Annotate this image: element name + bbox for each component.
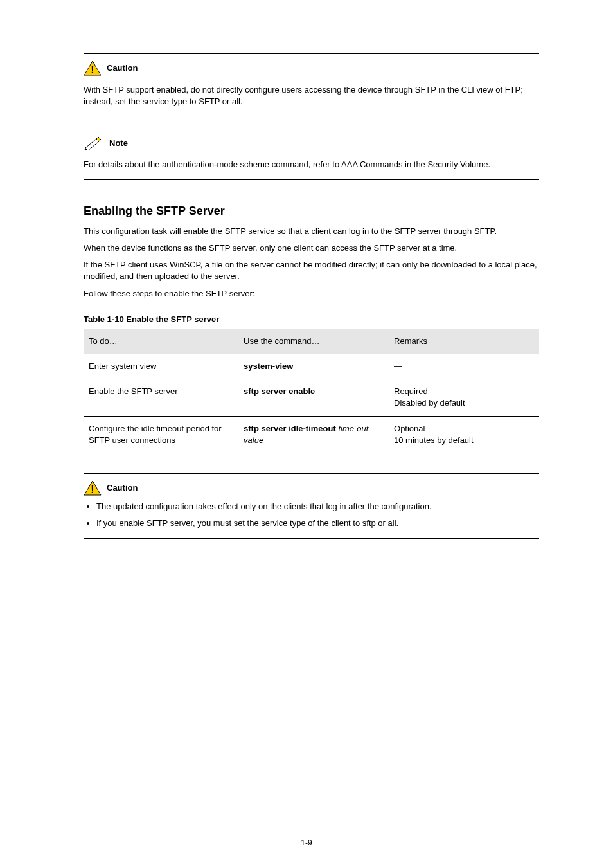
table-cell-remarks: Required Disabled by default	[389, 379, 539, 416]
note-header: Note	[84, 136, 539, 150]
divider	[84, 473, 539, 474]
page-container: ! Caution With SFTP support enabled, do …	[0, 0, 613, 868]
table-cell-todo: Enable the SFTP server	[84, 379, 238, 416]
caution-icon: !	[84, 480, 102, 496]
table-caption: Table 1-10 Enable the SFTP server	[84, 314, 539, 325]
table-header-cell: Use the command…	[238, 329, 389, 354]
note-text: For details about the authentication-mod…	[84, 159, 490, 169]
table-cell-todo: Enter system view	[84, 354, 238, 379]
table-header-cell: To do…	[84, 329, 238, 354]
caution-label: Caution	[107, 62, 138, 74]
divider	[84, 131, 539, 131]
section-intro: This configuration task will enable the …	[84, 226, 539, 237]
divider	[84, 53, 539, 54]
svg-text:!: !	[91, 64, 94, 75]
note-icon	[84, 136, 104, 150]
caution-body: With SFTP support enabled, do not direct…	[84, 84, 539, 107]
table-row: Enter system view system-view —	[84, 354, 539, 379]
table-cell-remarks: —	[389, 354, 539, 379]
caution-header: ! Caution	[84, 480, 539, 496]
table-header-row: To do… Use the command… Remarks	[84, 329, 539, 354]
table-cell-cmd: sftp server idle-timeout time-out-value	[238, 416, 389, 453]
section-procedure: Follow these steps to enable the SFTP se…	[84, 288, 539, 300]
section-note1: When the device functions as the SFTP se…	[84, 242, 539, 254]
config-table: To do… Use the command… Remarks Enter sy…	[84, 329, 539, 453]
list-item: If you enable SFTP server, you must set …	[96, 518, 539, 529]
section-note2: If the SFTP client uses WinSCP, a file o…	[84, 259, 539, 282]
svg-text:!: !	[91, 484, 94, 495]
table-cell-todo: Configure the idle timeout period for SF…	[84, 416, 238, 453]
divider	[84, 179, 539, 180]
table-cell-remarks: Optional 10 minutes by default	[389, 416, 539, 453]
caution-label: Caution	[107, 482, 138, 494]
note-body: For details about the authentication-mod…	[84, 159, 539, 170]
table-cell-cmd: sftp server enable	[238, 379, 389, 416]
caution-icon: !	[84, 60, 102, 76]
section-heading: Enabling the SFTP Server	[84, 203, 539, 219]
divider	[84, 116, 539, 116]
table-header-cell: Remarks	[389, 329, 539, 354]
table-row: Configure the idle timeout period for SF…	[84, 416, 539, 453]
note-label: Note	[109, 138, 128, 149]
caution-header: ! Caution	[84, 60, 539, 76]
caution-bullet-list: The updated configuration takes effect o…	[96, 501, 539, 529]
table-row: Enable the SFTP server sftp server enabl…	[84, 379, 539, 416]
table-cell-cmd: system-view	[238, 354, 389, 379]
page-number: 1-9	[0, 838, 613, 849]
divider	[84, 538, 539, 539]
list-item: The updated configuration takes effect o…	[96, 501, 539, 512]
